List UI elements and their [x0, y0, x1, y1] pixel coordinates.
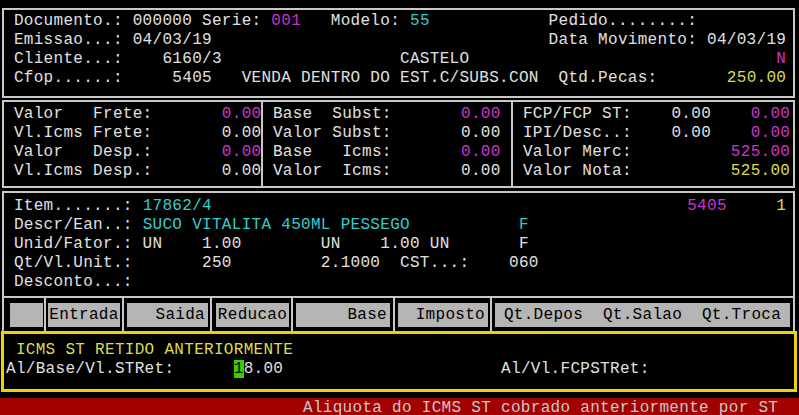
text-segment: 0.00	[751, 124, 791, 142]
text-segment	[711, 105, 751, 123]
text-row: Vl.Icms Frete: 0.00	[4, 124, 261, 143]
text-segment: ICMS ST RETIDO ANTERIORMENTE	[6, 341, 293, 359]
item-panel: Item.......: 17862/4 5405 1 Descr/Ean..:…	[2, 191, 795, 298]
icms-st-retido-panel: ICMS ST RETIDO ANTERIORMENTEAl/Base/Vl.S…	[1, 331, 797, 392]
text-row: Valor Frete: 0.00	[4, 105, 261, 124]
text-segment	[283, 360, 501, 378]
totals-panel: FCP/FCP ST: 0.00 0.00 IPI/Desc..: 0.00 0…	[511, 100, 795, 188]
text-segment	[212, 197, 687, 215]
tab-divider	[291, 298, 293, 331]
text-row: Base Icms: 0.00	[263, 143, 511, 162]
text-segment: Unid/Fator.: UN 1.00 UN 1.00 UN	[4, 235, 519, 253]
tab-divider	[2, 298, 4, 331]
tab-entrada[interactable]: Entrada	[48, 303, 120, 327]
text-segment: 001	[271, 12, 301, 30]
text-row: Valor Subst: 0.00	[263, 124, 511, 143]
text-row: FCP/FCP ST: 0.00 0.00	[513, 105, 793, 124]
text-segment: 0.00	[751, 105, 791, 123]
tab-divider	[210, 298, 212, 331]
terminal-screen: Documento.: 000000 Serie: 001 Modelo: 55…	[0, 0, 799, 415]
tab-qt-group[interactable]: Qt.Depos Qt.Salao Qt.Troca	[495, 303, 790, 327]
status-bar: Aliquota do ICMS ST cobrado anteriorment…	[0, 398, 799, 415]
tab-divider	[44, 298, 46, 331]
text-segment: Valor Icms:	[263, 162, 461, 180]
text-segment: 0.00	[671, 124, 711, 142]
text-segment: 8.00	[244, 360, 284, 378]
text-segment: Base Subst:	[263, 105, 461, 123]
text-row: Documento.: 000000 Serie: 001 Modelo: 55…	[4, 12, 793, 31]
text-segment: 0.00	[461, 124, 501, 142]
text-row: Cfop......: 5405 VENDA DENTRO DO EST.C/S…	[4, 69, 793, 88]
text-segment: Cfop......: 5405 VENDA DENTRO DO EST.C/S…	[4, 69, 727, 87]
text-segment: F	[519, 216, 529, 234]
text-segment: Valor Subst:	[263, 124, 461, 142]
tab-reducao[interactable]: Reducao	[216, 303, 289, 327]
text-row: Emissao...: 04/03/19 Data Movimento: 04/…	[4, 31, 793, 50]
text-row: Desconto...:	[4, 273, 793, 292]
text-segment: 0.00	[461, 162, 501, 180]
text-row: Valor Nota: 525.00	[513, 162, 793, 181]
text-segment: Pedido........:	[430, 12, 697, 30]
document-header-panel: Documento.: 000000 Serie: 001 Modelo: 55…	[2, 8, 795, 98]
text-segment: Valor Desp.:	[4, 143, 222, 161]
text-segment: 0.00	[461, 143, 501, 161]
text-segment: Cliente...: 6160/3 CASTELO	[4, 50, 776, 68]
tab-divider	[793, 298, 795, 331]
text-segment: Modelo:	[301, 12, 410, 30]
text-segment: Documento.: 000000 Serie:	[4, 12, 271, 30]
text-segment: 0.00	[222, 143, 262, 161]
tab-divider	[393, 298, 395, 331]
text-segment: 1	[776, 197, 786, 215]
status-message: Aliquota do ICMS ST cobrado anteriorment…	[303, 399, 778, 415]
text-segment: Al/Base/Vl.STRet:	[6, 360, 234, 378]
tab-divider	[122, 298, 124, 331]
text-segment: Valor Frete:	[4, 105, 222, 123]
text-segment: 0.00	[461, 105, 501, 123]
text-segment: Item.......:	[4, 197, 143, 215]
text-segment: 0.00	[222, 124, 262, 142]
text-segment: Descr/Ean..:	[4, 216, 143, 234]
freight-values-panel: Valor Frete: 0.00 Vl.Icms Frete: 0.00 Va…	[2, 100, 263, 188]
text-segment: Vl.Icms Desp.:	[4, 162, 222, 180]
text-row: IPI/Desc..: 0.00 0.00	[513, 124, 793, 143]
text-row: Al/Base/Vl.STRet: 18.00 Al/Vl.FCPSTRet:	[6, 360, 794, 379]
tab-blank[interactable]	[10, 303, 43, 327]
text-segment: 17862/4	[143, 197, 212, 215]
tab-imposto[interactable]: Imposto	[398, 303, 488, 327]
text-row: Base Subst: 0.00	[263, 105, 511, 124]
text-row: Qt/Vl.Unit.: 250 2.1000 CST...: 060	[4, 254, 793, 273]
text-row: Valor Merc: 525.00	[513, 143, 793, 162]
text-segment	[711, 124, 751, 142]
text-segment: 5405	[687, 197, 727, 215]
text-segment: IPI/Desc..:	[513, 124, 671, 142]
text-row: Valor Desp.: 0.00	[4, 143, 261, 162]
text-row: Item.......: 17862/4 5405 1	[4, 197, 793, 216]
text-segment: 55	[410, 12, 430, 30]
text-segment	[727, 197, 777, 215]
text-segment: 0.00	[222, 162, 262, 180]
text-row: Valor Icms: 0.00	[263, 162, 511, 181]
text-row: Cliente...: 6160/3 CASTELO N	[4, 50, 793, 69]
text-segment: FCP/FCP ST:	[513, 105, 671, 123]
text-row: Unid/Fator.: UN 1.00 UN 1.00 UN F	[4, 235, 793, 254]
text-segment: F	[519, 235, 529, 253]
tab-saida[interactable]: Saida	[127, 303, 208, 327]
tab-base[interactable]: Base	[296, 303, 390, 327]
text-segment: Valor Nota:	[513, 162, 731, 180]
text-segment: 525.00	[731, 162, 790, 180]
tab-divider	[490, 298, 492, 331]
text-segment: 0.00	[222, 105, 262, 123]
text-segment: Desconto...:	[4, 273, 133, 291]
text-segment: SUCO VITALITA 450ML PESSEGO	[143, 216, 410, 234]
subst-values-panel: Base Subst: 0.00 Valor Subst: 0.00 Base …	[261, 100, 513, 188]
text-row: ICMS ST RETIDO ANTERIORMENTE	[6, 341, 794, 360]
text-segment: 525.00	[731, 143, 790, 161]
text-segment: Emissao...: 04/03/19 Data Movimento: 04/…	[4, 31, 786, 49]
input-cursor[interactable]: 1	[234, 360, 244, 378]
text-row: Descr/Ean..: SUCO VITALITA 450ML PESSEGO…	[4, 216, 793, 235]
text-segment: Base Icms:	[263, 143, 461, 161]
text-segment: N	[776, 50, 786, 68]
text-segment: Valor Merc:	[513, 143, 731, 161]
text-segment: 250.00	[727, 69, 786, 87]
text-segment: Vl.Icms Frete:	[4, 124, 222, 142]
